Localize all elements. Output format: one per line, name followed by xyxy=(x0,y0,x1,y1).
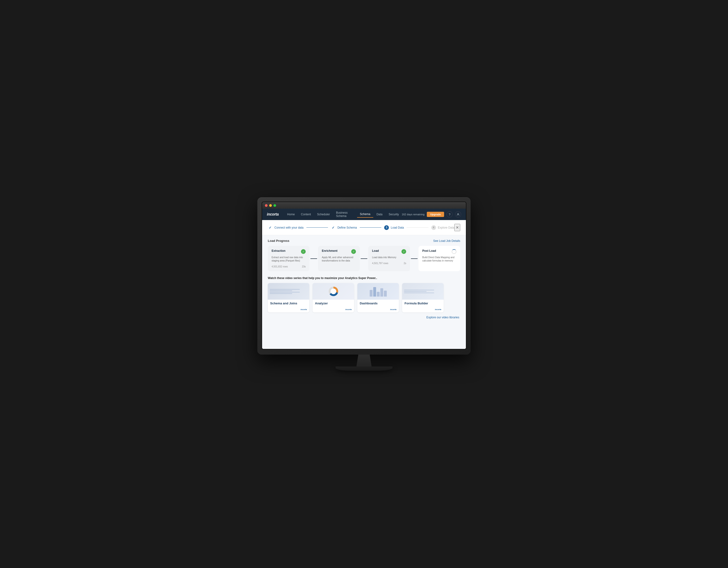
load-progress-header: Load Progress See Load Job Details xyxy=(268,239,460,243)
enrichment-check-icon: ✓ xyxy=(351,249,356,254)
post-load-card: Post Load Build Direct Data Mapping and … xyxy=(419,246,460,271)
pipeline-connector-2 xyxy=(360,246,368,271)
nav-item-schema[interactable]: Schema xyxy=(357,211,373,218)
step-3-label: Load Data xyxy=(391,226,404,229)
monitor-stand-neck xyxy=(355,354,373,366)
titlebar xyxy=(262,202,466,209)
minimize-traffic-light[interactable] xyxy=(269,204,272,207)
monitor-wrapper: incorta Home Content Scheduler Business … xyxy=(257,197,471,371)
wizard-bar: ✓ Connect with your data ✓ Define Schema xyxy=(262,220,466,235)
post-load-spinner-icon xyxy=(452,249,456,254)
formula-thumb-line-3 xyxy=(404,292,434,293)
screen-content: incorta Home Content Scheduler Business … xyxy=(262,209,466,349)
video-cards-row: Schema and Joins incorta Analyzer xyxy=(268,283,460,312)
analyzer-card-body: incorta xyxy=(313,306,354,312)
extraction-title: Extraction xyxy=(272,249,286,253)
nav-item-home[interactable]: Home xyxy=(284,211,298,218)
wizard-steps: ✓ Connect with your data ✓ Define Schema xyxy=(268,225,454,230)
step-2-icon: ✓ xyxy=(331,225,336,230)
dashboards-card-title: Dashboards xyxy=(357,299,399,306)
enrichment-card: Enrichment ✓ Apply ML and other advanced… xyxy=(318,246,360,271)
see-load-details-link[interactable]: See Load Job Details xyxy=(433,239,460,243)
monitor-bezel: incorta Home Content Scheduler Business … xyxy=(262,202,466,349)
nav-item-data[interactable]: Data xyxy=(374,211,385,218)
thumb-line-1 xyxy=(270,289,300,290)
nav-item-business-schema[interactable]: Business Schema xyxy=(333,210,357,219)
formula-card-brand: incorta xyxy=(435,308,441,310)
video-card-formula[interactable]: Formula Builder incorta xyxy=(402,283,444,312)
extraction-desc: Extract and load raw data into staging a… xyxy=(272,256,306,263)
load-footer: 4,501,797 rows 2s xyxy=(372,262,406,265)
days-remaining: 162 days remaining xyxy=(402,213,424,216)
formula-thumbnail xyxy=(402,283,444,299)
video-card-analyzer[interactable]: Analyzer incorta xyxy=(313,283,354,312)
extraction-rows: 4,501,832 rows xyxy=(272,265,288,268)
enrichment-desc: Apply ML and other advanced transformati… xyxy=(322,256,356,263)
connector-line-2 xyxy=(361,259,367,259)
user-icon-button[interactable] xyxy=(455,211,461,218)
dashboards-card-brand: incorta xyxy=(390,308,396,310)
bar-3 xyxy=(377,292,380,296)
formula-thumb-line-2 xyxy=(404,291,427,292)
video-card-schema[interactable]: Schema and Joins incorta xyxy=(268,283,309,312)
formula-card-body: incorta xyxy=(402,306,444,312)
load-rows: 4,501,797 rows xyxy=(372,262,388,265)
extraction-time: 23s xyxy=(302,265,306,268)
bar-1 xyxy=(370,290,373,296)
wizard-close-button[interactable]: ✕ xyxy=(454,224,460,231)
wizard-step-4: 4 Explore Data xyxy=(431,225,454,230)
bar-2 xyxy=(373,287,376,296)
dashboards-bar-chart xyxy=(367,285,390,297)
load-check-icon: ✓ xyxy=(401,249,406,254)
wizard-step-1: ✓ Connect with your data xyxy=(268,225,304,230)
step-1-label: Connect with your data xyxy=(274,226,304,229)
bar-5 xyxy=(384,290,387,296)
load-card: Load ✓ Load data into Memory 4,501,797 r… xyxy=(368,246,410,271)
analyzer-thumbnail xyxy=(313,283,354,299)
step-4-label: Explore Data xyxy=(438,226,454,229)
nav-item-scheduler[interactable]: Scheduler xyxy=(314,211,333,218)
nav-logo: incorta xyxy=(267,212,279,217)
bar-4 xyxy=(380,288,383,296)
nav-item-security[interactable]: Security xyxy=(386,211,402,218)
main-content: Load Progress See Load Job Details Extra… xyxy=(262,235,466,349)
step-1-icon: ✓ xyxy=(268,225,273,230)
close-traffic-light[interactable] xyxy=(265,204,268,207)
pipeline-row: Extraction ✓ Extract and load raw data i… xyxy=(268,246,460,271)
help-icon-button[interactable]: ? xyxy=(446,211,453,218)
extraction-card-header: Extraction ✓ xyxy=(272,249,306,254)
enrichment-card-header: Enrichment ✓ xyxy=(322,249,356,254)
analyzer-donut-icon xyxy=(329,286,338,296)
monitor-stand-base xyxy=(336,366,392,371)
nav-item-content[interactable]: Content xyxy=(298,211,314,218)
thumb-line-3 xyxy=(270,292,300,292)
extraction-check-icon: ✓ xyxy=(301,249,306,254)
schema-thumb-lines xyxy=(268,287,309,296)
maximize-traffic-light[interactable] xyxy=(273,204,276,207)
analyzer-card-title: Analyzer xyxy=(313,299,354,306)
dashboards-card-body: incorta xyxy=(357,306,399,312)
extraction-card: Extraction ✓ Extract and load raw data i… xyxy=(268,246,309,271)
connector-line-1 xyxy=(310,259,317,259)
wizard-step-2: ✓ Define Schema xyxy=(331,225,357,230)
enrichment-title: Enrichment xyxy=(322,249,337,253)
thumb-line-2 xyxy=(270,290,292,291)
load-title: Load xyxy=(372,249,379,253)
formula-thumb-lines xyxy=(402,288,444,295)
connector-line-3 xyxy=(411,259,418,259)
thumb-line-4 xyxy=(270,293,292,294)
formula-card-title: Formula Builder xyxy=(402,299,444,306)
step-3-icon: 3 xyxy=(384,225,389,230)
post-load-title: Post Load xyxy=(422,249,436,253)
wizard-step-3: 3 Load Data xyxy=(384,225,404,230)
schema-card-brand: incorta xyxy=(300,308,307,310)
upgrade-button[interactable]: Upgrade xyxy=(427,212,444,217)
navbar: incorta Home Content Scheduler Business … xyxy=(262,209,466,220)
video-card-dashboards[interactable]: Dashboards incorta xyxy=(357,283,399,312)
post-load-card-header: Post Load xyxy=(422,249,456,254)
step-4-icon: 4 xyxy=(431,225,436,230)
explore-video-link[interactable]: Explore our video libraries xyxy=(268,316,460,319)
schema-card-title: Schema and Joins xyxy=(268,299,309,306)
load-card-header: Load ✓ xyxy=(372,249,406,254)
post-load-desc: Build Direct Data Mapping and calculate … xyxy=(422,256,456,263)
